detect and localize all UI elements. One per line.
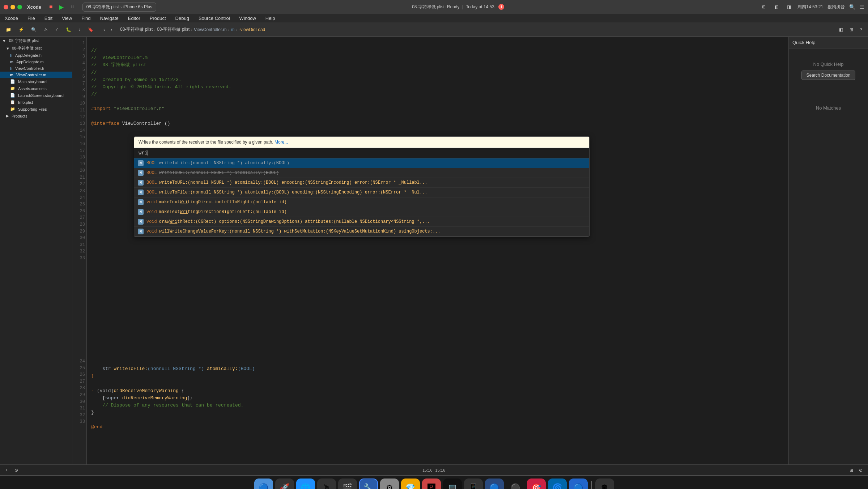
menu-file[interactable]: File [26, 15, 37, 22]
autocomplete-item-2[interactable]: M BOOL writeToURL:(nonnull NSURL *) atom… [134, 178, 589, 188]
navigator-toggle[interactable]: 📁 [4, 26, 13, 33]
autocomplete-item-4[interactable]: M void makeTextWritingDirectionLeftToRig… [134, 197, 589, 207]
ac-method-0: writeToFile:(nonnull NSString *) atomica… [159, 161, 289, 166]
project-expand-icon: ▼ [2, 39, 6, 43]
sidebar-item-launchscreen[interactable]: 📄 LaunchScreen.storyboard [0, 92, 72, 99]
dock-app2[interactable]: 🔵 [485, 479, 504, 489]
menu-view[interactable]: View [60, 15, 74, 22]
layout-btn-3[interactable]: ◨ [785, 3, 793, 10]
sidebar-file-appdelegateh: AppDelegate.h [15, 53, 42, 58]
menu-product[interactable]: Product [148, 15, 168, 22]
sidebar-item-appdelegateh[interactable]: h AppDelegate.h [0, 52, 72, 59]
dock-pockity[interactable]: 🅿 [422, 479, 441, 489]
dock-app1[interactable]: 📱 [464, 479, 483, 489]
dock-app4[interactable]: 🎯 [527, 479, 546, 489]
dock-quicktime[interactable]: 🎬 [338, 479, 357, 489]
editor-btn-1[interactable]: ◧ [837, 26, 845, 33]
dock-app3[interactable]: ⚫ [506, 479, 525, 489]
adjust-btn[interactable]: ⊙ [857, 467, 864, 474]
ac-method-7: willWriteChangeValueForKey:(nonnull NSSt… [159, 229, 441, 234]
maximize-button[interactable] [17, 5, 22, 9]
menu-help[interactable]: Help [264, 15, 277, 22]
sidebar-item-viewcontrollerh[interactable]: h ViewController.h [0, 65, 72, 72]
dock-terminal[interactable]: 💻 [443, 479, 462, 489]
build-target[interactable]: 08-字符串做 plist [86, 4, 119, 10]
tests-btn[interactable]: ✓ [53, 26, 61, 33]
tooltip-more-link[interactable]: More... [275, 140, 288, 145]
search-btn[interactable]: 🔍 [29, 26, 39, 33]
dock-xcode[interactable]: 🔧 [359, 479, 378, 489]
code-bottom[interactable]: str writeToFile:(nonnull NSString *) ato… [87, 356, 259, 464]
sidebar-item-assets[interactable]: 📁 Assets.xcassets [0, 85, 72, 92]
sidebar-item-group[interactable]: ▼ 08-字符串做 plist [0, 44, 72, 52]
sidebar-item-infoplist[interactable]: 📋 Info.plist [0, 99, 72, 106]
hierarchy-btn[interactable]: ⚡ [16, 26, 26, 33]
minimize-button[interactable] [10, 5, 15, 9]
autocomplete-input[interactable]: wri [134, 148, 589, 158]
stop-button[interactable]: ■ [47, 3, 55, 11]
autocomplete-item-0[interactable]: M BOOL writeToFile:(nonnull NSString *) … [134, 158, 589, 168]
close-button[interactable] [4, 5, 8, 9]
breadcrumb-3[interactable]: ViewController.m [194, 27, 226, 32]
sidebar-item-supportingfiles[interactable]: 📁 Supporting Files [0, 106, 72, 112]
bookmarks-btn[interactable]: 🔖 [86, 26, 95, 33]
breadcrumb-1[interactable]: 08-字符串做 plist [120, 26, 153, 33]
menu-navigate[interactable]: Navigate [98, 15, 120, 22]
line-col-2: 15:16 [435, 468, 446, 472]
autocomplete-item-6[interactable]: M void drawWrithRect:(CGRect) options:(N… [134, 217, 589, 227]
device-target[interactable]: iPhone 6s Plus [123, 4, 152, 9]
menu-window[interactable]: Window [238, 15, 258, 22]
filter-button[interactable]: ⊙ [13, 467, 20, 474]
menu-editor[interactable]: Editor [126, 15, 142, 22]
source-ctrl-btn[interactable]: ↕ [76, 26, 83, 33]
autocomplete-item-3[interactable]: M BOOL writeToFile:(nonnull NSString *) … [134, 188, 589, 197]
dock-app6[interactable]: 🔵 [569, 479, 588, 489]
autocomplete-item-7[interactable]: M void willWriteChangeValueForKey:(nonnu… [134, 227, 589, 237]
run-button[interactable]: ▶ [57, 3, 66, 12]
menu-source-control[interactable]: Source Control [197, 15, 232, 22]
sidebar-item-viewcontrollerm[interactable]: m ViewController.m [0, 72, 72, 78]
breadcrumb-method[interactable]: -viewDidLoad [239, 27, 265, 32]
dock-mouse[interactable]: 🖱 [317, 479, 336, 489]
add-file-button[interactable]: + [4, 467, 10, 474]
header-file-icon-2: h [10, 67, 12, 71]
view-toggle-btn[interactable]: ⊞ [848, 467, 855, 474]
ac-badge-0: M [138, 160, 144, 166]
sidebar-project-label: 08-字符串做 plist [9, 38, 39, 43]
products-expand-icon: ▶ [6, 114, 9, 118]
sidebar-file-launchscreen: LaunchScreen.storyboard [18, 93, 64, 98]
menu-find[interactable]: Find [80, 15, 92, 22]
menu-xcode[interactable]: Xcode [3, 15, 20, 22]
search-documentation-button[interactable]: Search Documentation [801, 71, 855, 80]
dock-finder[interactable]: 🔵 [254, 479, 273, 489]
debug-btn[interactable]: 🐛 [64, 26, 73, 33]
editor-btn-2[interactable]: ⊞ [847, 26, 855, 33]
dock-trash[interactable]: 🗑 [595, 479, 614, 489]
dock-sysprefs[interactable]: ⚙ [380, 479, 399, 489]
ac-badge-5: M [138, 209, 144, 215]
warnings-btn[interactable]: ⚠ [42, 26, 50, 33]
nav-fwd[interactable]: › [109, 26, 114, 33]
layout-btn-2[interactable]: ◧ [772, 3, 780, 10]
pause-button[interactable]: ⏸ [68, 3, 77, 10]
autocomplete-item-1[interactable]: M BOOL writeToURL:(nonnull NSURL *) atom… [134, 168, 589, 178]
sidebar-item-mainstoryboard[interactable]: 📄 Main.storyboard [0, 78, 72, 85]
sidebar-item-project[interactable]: ▼ 08-字符串做 plist [0, 37, 72, 44]
line-col-1: 15:16 [422, 468, 433, 472]
nav-back[interactable]: ‹ [101, 26, 107, 33]
menu-debug[interactable]: Debug [174, 15, 191, 22]
autocomplete-tooltip: Writes the contents of the receiver to t… [134, 137, 589, 148]
title-bar-right: ⊞ ◧ ◨ 周四14:53:21 搜狗拼音 🔍 ☰ [760, 3, 864, 10]
quick-help-toggle[interactable]: ? [858, 26, 864, 33]
sidebar-item-products[interactable]: ▶ Products [0, 112, 72, 119]
sidebar-item-appdelegatem[interactable]: m AppDelegate.m [0, 59, 72, 65]
dock-sketch[interactable]: 💎 [401, 479, 420, 489]
layout-btn-1[interactable]: ⊞ [760, 3, 768, 10]
dock-safari[interactable]: 🌐 [296, 479, 315, 489]
autocomplete-item-5[interactable]: M void makeTextWritingDirectionRightToLe… [134, 207, 589, 217]
header-file-icon: h [10, 54, 12, 58]
breadcrumb-2[interactable]: 08-字符串做 plist [157, 26, 190, 33]
menu-edit[interactable]: Edit [43, 15, 54, 22]
dock-app5[interactable]: 🌀 [548, 479, 567, 489]
dock-launchpad[interactable]: 🚀 [275, 479, 294, 489]
